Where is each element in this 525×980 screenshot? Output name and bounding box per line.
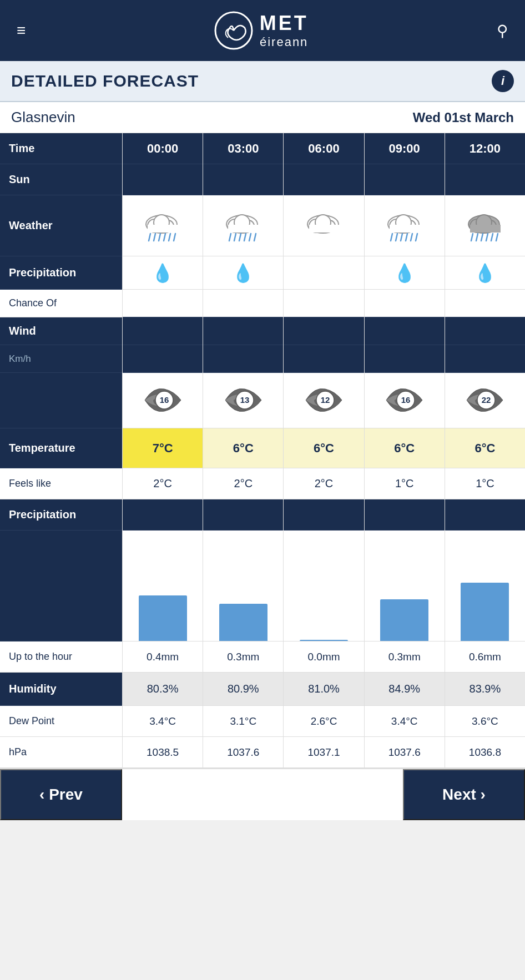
data-column-3: 09:00 💧 16 6°C1°C0.3mm84.9%3.4°C1037.6: [364, 133, 445, 768]
cell-wind_label-col-4: [445, 317, 525, 345]
cell-precip_drop-col-4: 💧: [445, 256, 525, 290]
cell-weather-col-0: [123, 195, 203, 256]
cell-humidity-col-0: 80.3%: [123, 673, 203, 706]
cell-wind_kmh-col-0: [123, 345, 203, 373]
labels-column: Time Sun Weather Precipitation Chance Of…: [0, 133, 122, 768]
weather-svg: [302, 205, 346, 246]
menu-icon[interactable]: ≡: [17, 22, 26, 39]
logo-spiral-icon: [214, 11, 253, 50]
cell-wind_icon-col-1: 13: [203, 373, 283, 428]
svg-line-9: [164, 234, 165, 241]
logo: MET éireann: [214, 11, 309, 50]
svg-line-44: [416, 234, 417, 241]
svg-line-57: [496, 234, 498, 241]
dew-point-label: Dew Point: [0, 706, 122, 737]
cell-humidity-col-3: 84.9%: [365, 673, 445, 706]
data-column-2: 06:00 12 6°C2°C0.0mm81.0%2.6°C1037.1: [283, 133, 364, 768]
cell-dew-col-1: 3.1°C: [203, 706, 283, 737]
cell-precip_chance-col-4: [445, 290, 525, 317]
svg-rect-31: [309, 225, 340, 233]
weather-label: Weather: [0, 195, 122, 256]
svg-text:12: 12: [321, 395, 330, 405]
info-button[interactable]: i: [492, 70, 514, 92]
cell-wind_icon-col-2: 12: [284, 373, 364, 428]
cell-precip2_val-col-2: 0.0mm: [284, 641, 364, 673]
cell-precip_drop-col-1: 💧: [203, 256, 283, 290]
cell-precip2_val-col-4: 0.6mm: [445, 641, 525, 673]
cell-hpa-col-1: 1037.6: [203, 737, 283, 768]
feels-like-label: Feels like: [0, 468, 122, 499]
weather-svg: [463, 205, 507, 246]
cell-dew-col-0: 3.4°C: [123, 706, 203, 737]
cell-precip2_label-col-0: [123, 499, 203, 531]
title-bar: DETAILED FORECAST i: [0, 61, 525, 102]
cell-temp-col-4: 6°C: [445, 428, 525, 468]
wind-svg: 16: [142, 382, 184, 418]
cell-temp-col-3: 6°C: [365, 428, 445, 468]
cell-hpa-col-0: 1038.5: [123, 737, 203, 768]
cell-wind_kmh-col-2: [284, 345, 364, 373]
bar-col-4: [461, 583, 509, 641]
svg-line-43: [411, 234, 412, 241]
up-to-hour-label: Up to the hour: [0, 641, 122, 673]
svg-line-19: [229, 234, 231, 241]
cell-weather-col-2: [284, 195, 364, 256]
cell-hpa-col-4: 1036.8: [445, 737, 525, 768]
cell-precip2_chart-col-0: [123, 531, 203, 641]
cell-dew-col-2: 2.6°C: [284, 706, 364, 737]
cell-humidity-col-2: 81.0%: [284, 673, 364, 706]
cell-dew-col-4: 3.6°C: [445, 706, 525, 737]
cell-hpa-col-2: 1037.1: [284, 737, 364, 768]
cell-feels-col-1: 2°C: [203, 468, 283, 499]
wind-unit-label: Km/h: [0, 345, 122, 373]
svg-line-21: [239, 234, 241, 241]
weather-svg: [140, 205, 185, 246]
cell-weather-col-1: [203, 195, 283, 256]
wind-svg: 12: [303, 382, 345, 418]
precipitation-label: Precipitation: [0, 256, 122, 290]
svg-line-22: [244, 234, 246, 241]
weather-svg: [221, 205, 265, 246]
svg-line-11: [174, 234, 175, 241]
humidity-label: Humidity: [0, 673, 122, 706]
logo-text: MET éireann: [260, 12, 309, 49]
svg-line-54: [481, 234, 483, 241]
data-column-0: 00:00 💧 16 7°C2°C0.4mm80.3%3.4°C1038.5: [122, 133, 203, 768]
cell-sun-col-3: [365, 164, 445, 195]
svg-line-24: [254, 234, 256, 241]
svg-line-10: [169, 234, 170, 241]
cell-precip2_val-col-0: 0.4mm: [123, 641, 203, 673]
app-header: ≡ MET éireann ⚲: [0, 0, 525, 61]
bar-col-1: [219, 604, 267, 641]
cell-precip_chance-col-2: [284, 290, 364, 317]
svg-line-42: [406, 234, 407, 241]
cell-precip2_label-col-3: [365, 499, 445, 531]
bar-col-0: [139, 595, 187, 641]
svg-line-6: [149, 234, 150, 241]
cell-wind_label-col-1: [203, 317, 283, 345]
next-button[interactable]: Next ›: [403, 769, 525, 820]
cell-precip2_chart-col-4: [445, 531, 525, 641]
cell-sun-col-4: [445, 164, 525, 195]
svg-line-55: [486, 234, 488, 241]
navigation-bar: ‹ Prev Next ›: [0, 768, 525, 820]
cell-sun-col-1: [203, 164, 283, 195]
cell-precip2_val-col-1: 0.3mm: [203, 641, 283, 673]
cell-precip2_label-col-4: [445, 499, 525, 531]
cell-wind_icon-col-0: 16: [123, 373, 203, 428]
cell-precip2_val-col-3: 0.3mm: [365, 641, 445, 673]
svg-line-41: [401, 234, 402, 241]
cell-precip_drop-col-0: 💧: [123, 256, 203, 290]
search-icon[interactable]: ⚲: [497, 22, 508, 40]
cell-temp-col-0: 7°C: [123, 428, 203, 468]
location-date: Wed 01st March: [413, 110, 514, 125]
cell-time-col-0: 00:00: [123, 133, 203, 164]
cell-hpa-col-3: 1037.6: [365, 737, 445, 768]
prev-button[interactable]: ‹ Prev: [0, 769, 122, 820]
location-bar: Glasnevin Wed 01st March: [0, 102, 525, 133]
wind-svg: 22: [464, 382, 506, 418]
cell-precip_drop-col-2: [284, 256, 364, 290]
cell-wind_kmh-col-3: [365, 345, 445, 373]
weather-svg: [382, 205, 427, 246]
cell-feels-col-0: 2°C: [123, 468, 203, 499]
